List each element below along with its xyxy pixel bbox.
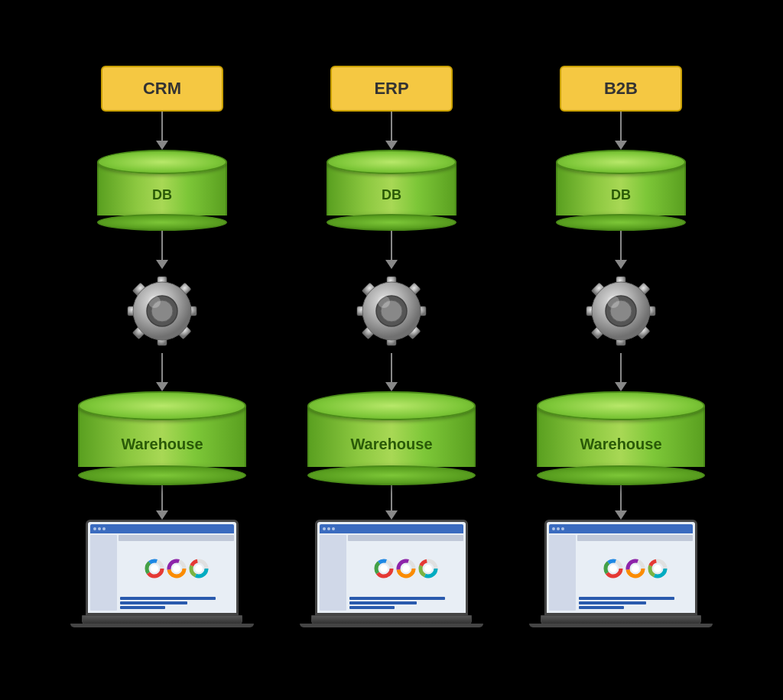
- arrow-warehouse-laptop-b2b: [615, 485, 627, 520]
- crm-bar2: [120, 601, 187, 604]
- column-crm: CRM DB: [70, 66, 254, 634]
- b2b-laptop-screen: [544, 520, 697, 615]
- crm-warehouse-cylinder: Warehouse: [78, 391, 246, 485]
- crm-gear-icon: [124, 273, 200, 349]
- b2b-wh-bottom: [537, 465, 705, 485]
- erp-donut1: [374, 559, 394, 578]
- b2b-screen-content: [549, 535, 693, 611]
- dot2: [98, 527, 101, 530]
- crm-db-cylinder: DB: [97, 150, 227, 231]
- b2b-db-top: [556, 150, 686, 174]
- svg-point-48: [402, 565, 410, 572]
- erp-screen-main: [348, 535, 463, 611]
- erp-laptop: [307, 520, 476, 634]
- erp-laptop-foot: [300, 624, 483, 627]
- erp-screen-toolbar: [348, 535, 463, 541]
- b2b-bar3: [579, 606, 624, 609]
- erp-gear: [349, 269, 434, 353]
- b2b-bar1: [579, 597, 674, 600]
- erp-screen-header: [320, 524, 463, 533]
- erp-source-box: ERP: [330, 66, 453, 112]
- dot2: [327, 527, 330, 530]
- arrow-warehouse-laptop-erp: [385, 485, 398, 520]
- crm-laptop-screen: [86, 520, 239, 615]
- dot1: [323, 527, 326, 530]
- dot3: [332, 527, 335, 530]
- erp-screen-charts: [348, 543, 463, 594]
- crm-bar3: [120, 606, 165, 609]
- b2b-source-box: B2B: [560, 66, 682, 112]
- arrow-erp-gear: [385, 231, 398, 269]
- erp-wh-top: [307, 391, 476, 420]
- crm-laptop-foot: [70, 624, 254, 627]
- svg-point-12: [148, 296, 161, 308]
- erp-screen-inner: [317, 522, 466, 613]
- crm-donut3: [189, 559, 209, 578]
- b2b-warehouse-cylinder: Warehouse: [537, 391, 705, 485]
- b2b-laptop: [537, 520, 705, 634]
- arrow-crm-db: [156, 112, 168, 150]
- crm-screen-header: [90, 524, 234, 533]
- b2b-screen-charts: [577, 543, 693, 594]
- dot1: [552, 527, 555, 530]
- arrow-warehouse-laptop-crm: [156, 485, 168, 520]
- arrow-gear-warehouse-erp: [385, 353, 398, 391]
- erp-warehouse-label: Warehouse: [350, 436, 432, 453]
- crm-wh-top: [78, 391, 246, 420]
- b2b-db-cylinder: DB: [556, 150, 686, 231]
- svg-point-26: [195, 565, 203, 572]
- crm-label: CRM: [143, 79, 181, 99]
- crm-db-label: DB: [152, 187, 172, 203]
- crm-screen-content: [90, 535, 234, 611]
- erp-screen-content: [320, 535, 463, 611]
- erp-db-label: DB: [382, 187, 401, 203]
- crm-screen-main: [119, 535, 234, 611]
- b2b-screen-main: [577, 535, 693, 611]
- svg-point-21: [173, 565, 180, 572]
- crm-donut1: [145, 559, 164, 578]
- svg-point-75: [632, 565, 639, 572]
- b2b-screen-header: [549, 524, 693, 533]
- erp-laptop-screen: [315, 520, 468, 615]
- b2b-screen-inner: [547, 522, 695, 613]
- erp-bar2: [349, 601, 417, 604]
- crm-laptop: [78, 520, 246, 634]
- arrow-gear-warehouse-b2b: [615, 353, 627, 391]
- svg-point-66: [607, 296, 619, 308]
- erp-warehouse-cylinder: Warehouse: [307, 391, 476, 485]
- crm-warehouse-label: Warehouse: [121, 436, 203, 453]
- b2b-label: B2B: [604, 79, 638, 99]
- arrow-erp-db: [385, 112, 398, 150]
- erp-db-top: [327, 150, 456, 174]
- arrow-b2b-gear: [615, 231, 627, 269]
- erp-db-bottom: [327, 214, 456, 231]
- arrow-b2b-db: [615, 112, 627, 150]
- architecture-diagram: CRM DB: [55, 43, 728, 657]
- svg-point-71: [609, 565, 617, 572]
- erp-label: ERP: [374, 79, 408, 99]
- erp-screen-bars: [348, 595, 463, 611]
- b2b-donut1: [603, 559, 623, 578]
- b2b-donut3: [648, 559, 668, 578]
- b2b-screen-sidebar: [549, 535, 576, 611]
- crm-screen-sidebar: [90, 535, 117, 611]
- b2b-screen-toolbar: [577, 535, 693, 541]
- crm-wh-bottom: [78, 465, 246, 485]
- b2b-gear-icon: [583, 273, 659, 349]
- svg-point-17: [151, 565, 158, 572]
- b2b-warehouse-label: Warehouse: [580, 436, 661, 453]
- arrow-crm-gear: [156, 231, 168, 269]
- crm-gear: [120, 269, 204, 353]
- dot2: [557, 527, 560, 530]
- crm-donut2: [167, 559, 187, 578]
- crm-source-box: CRM: [101, 66, 223, 112]
- erp-donut3: [418, 559, 438, 578]
- column-erp: ERP DB: [300, 66, 483, 634]
- crm-db-top: [97, 150, 227, 174]
- b2b-wh-top: [537, 391, 705, 420]
- arrow-gear-warehouse-crm: [156, 353, 168, 391]
- erp-screen-sidebar: [320, 535, 346, 611]
- dot1: [93, 527, 96, 530]
- crm-screen-toolbar: [119, 535, 234, 541]
- erp-donut2: [396, 559, 416, 578]
